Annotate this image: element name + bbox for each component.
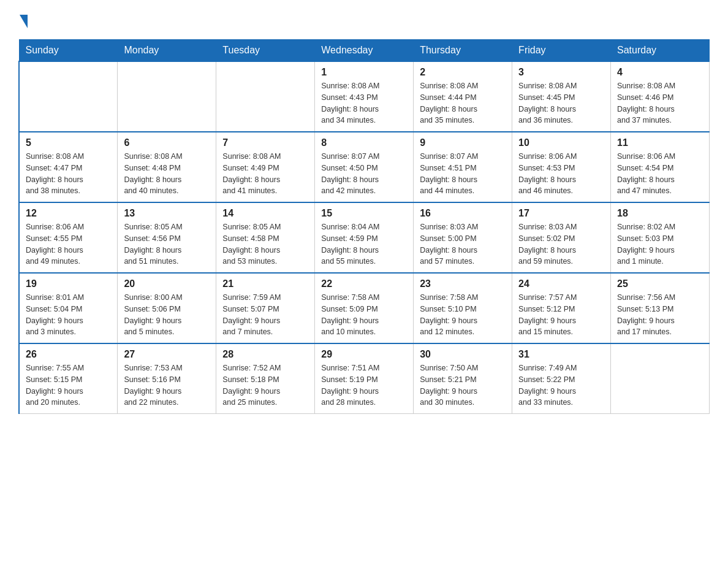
day-number: 11: [617, 137, 703, 148]
calendar-cell: [611, 343, 710, 414]
day-number: 13: [124, 208, 210, 219]
day-number: 1: [321, 67, 407, 78]
calendar-cell: 10Sunrise: 8:06 AM Sunset: 4:53 PM Dayli…: [512, 132, 611, 202]
calendar-cell: 6Sunrise: 8:08 AM Sunset: 4:48 PM Daylig…: [118, 132, 216, 202]
day-number: 8: [321, 137, 407, 148]
calendar-cell: 24Sunrise: 7:57 AM Sunset: 5:12 PM Dayli…: [512, 273, 611, 343]
calendar-cell: 13Sunrise: 8:05 AM Sunset: 4:56 PM Dayli…: [118, 202, 216, 273]
week-row-1: 1Sunrise: 8:08 AM Sunset: 4:43 PM Daylig…: [19, 61, 710, 132]
calendar-cell: 21Sunrise: 7:59 AM Sunset: 5:07 PM Dayli…: [216, 273, 315, 343]
day-info: Sunrise: 8:07 AM Sunset: 4:50 PM Dayligh…: [321, 151, 407, 197]
day-info: Sunrise: 8:03 AM Sunset: 5:00 PM Dayligh…: [420, 221, 506, 267]
day-number: 30: [420, 349, 506, 360]
logo: [18, 12, 28, 28]
day-info: Sunrise: 7:49 AM Sunset: 5:22 PM Dayligh…: [518, 362, 604, 408]
day-number: 16: [420, 208, 506, 219]
calendar-cell: 28Sunrise: 7:52 AM Sunset: 5:18 PM Dayli…: [216, 343, 315, 414]
calendar-table: SundayMondayTuesdayWednesdayThursdayFrid…: [18, 39, 710, 414]
day-info: Sunrise: 8:08 AM Sunset: 4:47 PM Dayligh…: [26, 151, 111, 197]
day-number: 20: [124, 278, 210, 289]
calendar-cell: 2Sunrise: 8:08 AM Sunset: 4:44 PM Daylig…: [414, 61, 512, 132]
day-info: Sunrise: 8:06 AM Sunset: 4:53 PM Dayligh…: [518, 151, 604, 197]
calendar-cell: 3Sunrise: 8:08 AM Sunset: 4:45 PM Daylig…: [512, 61, 611, 132]
day-info: Sunrise: 8:08 AM Sunset: 4:48 PM Dayligh…: [124, 151, 210, 197]
day-number: 24: [518, 278, 604, 289]
calendar-cell: 12Sunrise: 8:06 AM Sunset: 4:55 PM Dayli…: [19, 202, 118, 273]
calendar-cell: 4Sunrise: 8:08 AM Sunset: 4:46 PM Daylig…: [611, 61, 710, 132]
day-number: 21: [222, 278, 308, 289]
day-info: Sunrise: 8:08 AM Sunset: 4:49 PM Dayligh…: [222, 151, 308, 197]
calendar-cell: 23Sunrise: 7:58 AM Sunset: 5:10 PM Dayli…: [414, 273, 512, 343]
calendar-cell: [216, 61, 315, 132]
day-number: 29: [321, 349, 407, 360]
day-info: Sunrise: 7:57 AM Sunset: 5:12 PM Dayligh…: [518, 292, 604, 338]
calendar-cell: 26Sunrise: 7:55 AM Sunset: 5:15 PM Dayli…: [19, 343, 118, 414]
day-info: Sunrise: 7:50 AM Sunset: 5:21 PM Dayligh…: [420, 362, 506, 408]
weekday-header-thursday: Thursday: [414, 40, 512, 62]
day-info: Sunrise: 7:52 AM Sunset: 5:18 PM Dayligh…: [222, 362, 308, 408]
calendar-cell: 14Sunrise: 8:05 AM Sunset: 4:58 PM Dayli…: [216, 202, 315, 273]
calendar-cell: [19, 61, 118, 132]
week-row-4: 19Sunrise: 8:01 AM Sunset: 5:04 PM Dayli…: [19, 273, 710, 343]
day-number: 10: [518, 137, 604, 148]
week-row-2: 5Sunrise: 8:08 AM Sunset: 4:47 PM Daylig…: [19, 132, 710, 202]
day-info: Sunrise: 7:58 AM Sunset: 5:10 PM Dayligh…: [420, 292, 506, 338]
day-number: 5: [26, 137, 111, 148]
day-info: Sunrise: 8:05 AM Sunset: 4:58 PM Dayligh…: [222, 221, 308, 267]
day-info: Sunrise: 8:08 AM Sunset: 4:46 PM Dayligh…: [617, 80, 703, 126]
day-info: Sunrise: 8:05 AM Sunset: 4:56 PM Dayligh…: [124, 221, 210, 267]
calendar-cell: 5Sunrise: 8:08 AM Sunset: 4:47 PM Daylig…: [19, 132, 118, 202]
day-number: 17: [518, 208, 604, 219]
day-number: 3: [518, 67, 604, 78]
day-number: 7: [222, 137, 308, 148]
calendar-cell: 1Sunrise: 8:08 AM Sunset: 4:43 PM Daylig…: [315, 61, 414, 132]
day-number: 2: [420, 67, 506, 78]
day-number: 27: [124, 349, 210, 360]
calendar-cell: 27Sunrise: 7:53 AM Sunset: 5:16 PM Dayli…: [118, 343, 216, 414]
weekday-header-saturday: Saturday: [611, 40, 710, 62]
day-info: Sunrise: 8:07 AM Sunset: 4:51 PM Dayligh…: [420, 151, 506, 197]
day-info: Sunrise: 7:51 AM Sunset: 5:19 PM Dayligh…: [321, 362, 407, 408]
day-info: Sunrise: 7:58 AM Sunset: 5:09 PM Dayligh…: [321, 292, 407, 338]
calendar-cell: 18Sunrise: 8:02 AM Sunset: 5:03 PM Dayli…: [611, 202, 710, 273]
day-info: Sunrise: 8:03 AM Sunset: 5:02 PM Dayligh…: [518, 221, 604, 267]
header: [18, 12, 710, 28]
calendar-cell: 29Sunrise: 7:51 AM Sunset: 5:19 PM Dayli…: [315, 343, 414, 414]
day-info: Sunrise: 7:55 AM Sunset: 5:15 PM Dayligh…: [26, 362, 111, 408]
day-info: Sunrise: 8:02 AM Sunset: 5:03 PM Dayligh…: [617, 221, 703, 267]
day-number: 6: [124, 137, 210, 148]
weekday-header-friday: Friday: [512, 40, 611, 62]
calendar-cell: 15Sunrise: 8:04 AM Sunset: 4:59 PM Dayli…: [315, 202, 414, 273]
calendar-cell: 22Sunrise: 7:58 AM Sunset: 5:09 PM Dayli…: [315, 273, 414, 343]
day-number: 4: [617, 67, 703, 78]
day-number: 28: [222, 349, 308, 360]
day-number: 26: [26, 349, 111, 360]
day-number: 19: [26, 278, 111, 289]
day-info: Sunrise: 7:59 AM Sunset: 5:07 PM Dayligh…: [222, 292, 308, 338]
weekday-header-wednesday: Wednesday: [315, 40, 414, 62]
calendar-cell: 20Sunrise: 8:00 AM Sunset: 5:06 PM Dayli…: [118, 273, 216, 343]
day-number: 25: [617, 278, 703, 289]
day-info: Sunrise: 8:06 AM Sunset: 4:55 PM Dayligh…: [26, 221, 111, 267]
day-info: Sunrise: 8:01 AM Sunset: 5:04 PM Dayligh…: [26, 292, 111, 338]
day-info: Sunrise: 8:04 AM Sunset: 4:59 PM Dayligh…: [321, 221, 407, 267]
day-number: 12: [26, 208, 111, 219]
calendar-cell: 7Sunrise: 8:08 AM Sunset: 4:49 PM Daylig…: [216, 132, 315, 202]
day-number: 18: [617, 208, 703, 219]
day-number: 14: [222, 208, 308, 219]
day-info: Sunrise: 8:06 AM Sunset: 4:54 PM Dayligh…: [617, 151, 703, 197]
weekday-header-sunday: Sunday: [19, 40, 118, 62]
calendar-cell: 17Sunrise: 8:03 AM Sunset: 5:02 PM Dayli…: [512, 202, 611, 273]
calendar-cell: 30Sunrise: 7:50 AM Sunset: 5:21 PM Dayli…: [414, 343, 512, 414]
day-number: 15: [321, 208, 407, 219]
calendar-cell: 25Sunrise: 7:56 AM Sunset: 5:13 PM Dayli…: [611, 273, 710, 343]
calendar-cell: 11Sunrise: 8:06 AM Sunset: 4:54 PM Dayli…: [611, 132, 710, 202]
day-info: Sunrise: 8:08 AM Sunset: 4:45 PM Dayligh…: [518, 80, 604, 126]
day-number: 9: [420, 137, 506, 148]
day-info: Sunrise: 8:00 AM Sunset: 5:06 PM Dayligh…: [124, 292, 210, 338]
day-info: Sunrise: 7:56 AM Sunset: 5:13 PM Dayligh…: [617, 292, 703, 338]
day-info: Sunrise: 8:08 AM Sunset: 4:43 PM Dayligh…: [321, 80, 407, 126]
calendar-cell: 31Sunrise: 7:49 AM Sunset: 5:22 PM Dayli…: [512, 343, 611, 414]
calendar-cell: 16Sunrise: 8:03 AM Sunset: 5:00 PM Dayli…: [414, 202, 512, 273]
weekday-header-row: SundayMondayTuesdayWednesdayThursdayFrid…: [19, 40, 710, 62]
